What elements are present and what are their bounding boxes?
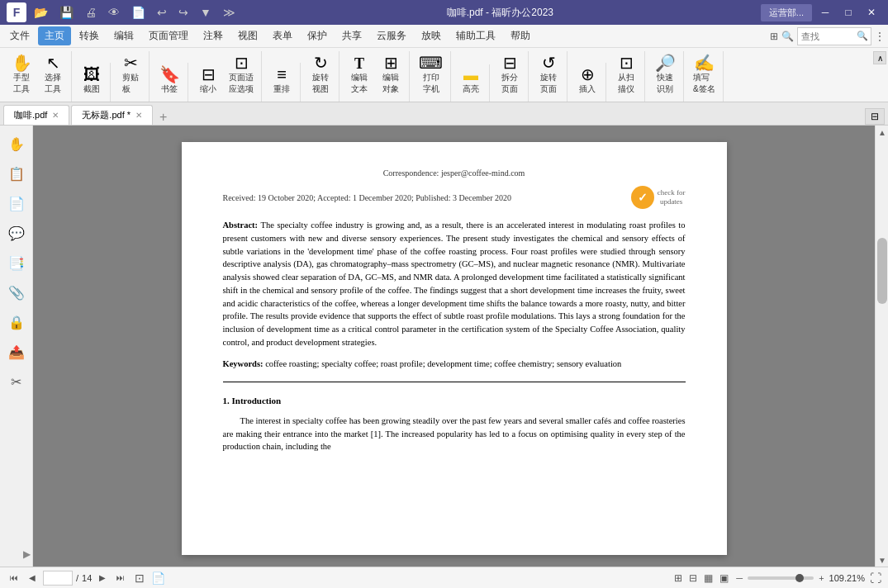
single-page-icon[interactable]: 📄 xyxy=(151,571,165,585)
view-icon-3[interactable]: ▦ xyxy=(701,571,715,585)
page-fit-icon[interactable]: ⊡ xyxy=(135,571,145,585)
sidebar-comment-icon[interactable]: 💬 xyxy=(5,221,28,244)
menu-view[interactable]: 视图 xyxy=(231,26,264,45)
sign-label: 填写&签名 xyxy=(693,72,715,95)
next-page-button[interactable]: ▶ xyxy=(95,571,110,586)
bookmark-button[interactable]: 🔖 书签 xyxy=(154,63,184,98)
dropdown-icon[interactable]: ▼ xyxy=(196,4,216,21)
view-icon-2[interactable]: ⊟ xyxy=(686,571,700,585)
typewriter-button[interactable]: ⌨ 打印字机 xyxy=(415,51,447,98)
minimize-button[interactable]: ─ xyxy=(815,4,835,21)
fullscreen-button[interactable]: ⛶ xyxy=(870,571,881,585)
sidebar-collapse-arrow[interactable]: ▶ xyxy=(23,548,32,560)
main-area: ✋ 📋 📄 💬 📑 📎 🔒 📤 ✂ ▶ Correspondence: jesp… xyxy=(0,126,888,567)
screenshot-button[interactable]: 🖼 截图 xyxy=(77,63,107,98)
pdf-viewer[interactable]: Correspondence: jesper@coffee-mind.com R… xyxy=(33,126,875,567)
expand-icon[interactable]: ⊞ xyxy=(770,31,778,42)
sidebar-hand-icon[interactable]: ✋ xyxy=(5,132,28,155)
menu-cloud[interactable]: 云服务 xyxy=(370,26,413,45)
view-icon-4[interactable]: ▣ xyxy=(717,571,731,585)
edit-object-button[interactable]: ⊞ 编辑对象 xyxy=(376,51,406,98)
menu-page-management[interactable]: 页面管理 xyxy=(142,26,195,45)
scan-button[interactable]: ⊡ 从扫描仪 xyxy=(611,51,641,98)
ocr-button[interactable]: 🔎 快速识别 xyxy=(650,51,680,98)
menu-protect[interactable]: 保护 xyxy=(301,26,334,45)
ribbon-group-sign: ✍ 填写&签名 xyxy=(686,51,724,102)
insert-label: 插入 xyxy=(579,83,596,95)
search-icon-toolbar[interactable]: 🔍 xyxy=(781,31,794,42)
menu-annotation[interactable]: 注释 xyxy=(197,26,230,45)
scroll-down-arrow[interactable]: ▼ xyxy=(876,553,888,567)
sign-icon: ✍ xyxy=(694,55,715,71)
select-tool-button[interactable]: ↖ 选择工具 xyxy=(38,51,68,98)
search-submit-icon[interactable]: 🔍 xyxy=(857,31,868,41)
menu-convert[interactable]: 转换 xyxy=(73,26,106,45)
account-button[interactable]: 运营部... xyxy=(761,4,812,21)
sidebar-security-icon[interactable]: 🔒 xyxy=(5,311,28,334)
menu-file[interactable]: 文件 xyxy=(3,26,36,45)
sidebar-layers-icon[interactable]: 📑 xyxy=(5,251,28,274)
menu-home[interactable]: 主页 xyxy=(38,26,71,45)
first-page-button[interactable]: ⏮ xyxy=(7,571,21,586)
ribbon-group-bookmark: 🔖 书签 xyxy=(151,63,188,102)
pdf-content: Correspondence: jesper@coffee-mind.com R… xyxy=(223,167,686,453)
last-page-button[interactable]: ⏭ xyxy=(113,571,128,586)
rotate-view-button[interactable]: ↻ 旋转视图 xyxy=(306,51,335,98)
save-icon[interactable]: 💾 xyxy=(55,4,78,21)
menu-edit[interactable]: 编辑 xyxy=(107,26,140,45)
sidebar-export-icon[interactable]: 📤 xyxy=(5,340,28,363)
sidebar-bookmark-icon[interactable]: 📋 xyxy=(5,162,28,185)
tab-coffee-close[interactable]: ✕ xyxy=(52,111,59,120)
hand-tool-button[interactable]: ✋ 手型工具 xyxy=(7,51,36,98)
ocr-icon: 🔎 xyxy=(655,55,676,71)
clipboard-button[interactable]: ✂ 剪贴板 xyxy=(116,51,145,98)
new-icon[interactable]: 📄 xyxy=(127,4,150,21)
ribbon-collapse-button[interactable]: ∧ xyxy=(873,51,886,64)
sidebar-page-icon[interactable]: 📄 xyxy=(5,192,28,215)
panel-toggle-button[interactable]: ⊟ xyxy=(865,108,885,125)
tab-coffee-pdf[interactable]: 咖啡.pdf ✕ xyxy=(3,105,69,125)
print-title-icon[interactable]: 🖨 xyxy=(81,4,101,21)
sidebar-scissors-icon[interactable]: ✂ xyxy=(5,370,28,393)
scrollbar-thumb[interactable] xyxy=(877,238,887,304)
reflow-button[interactable]: ≡ 重排 xyxy=(267,63,297,98)
preview-icon[interactable]: 👁 xyxy=(104,4,124,21)
split-page-button[interactable]: ⊟ 拆分页面 xyxy=(495,51,525,98)
scroll-up-arrow[interactable]: ▲ xyxy=(876,126,888,139)
abstract-paragraph: Abstract: The specialty coffee industry … xyxy=(223,219,686,349)
fit-page-button[interactable]: ⊡ 页面适应选项 xyxy=(225,51,258,98)
tab-untitled-pdf[interactable]: 无标题.pdf * ✕ xyxy=(71,105,153,125)
zoom-slider-thumb[interactable] xyxy=(795,574,804,582)
sidebar-attach-icon[interactable]: 📎 xyxy=(5,281,28,304)
maximize-button[interactable]: □ xyxy=(838,4,858,21)
more-icon[interactable]: ≫ xyxy=(219,4,240,21)
menu-slideshow[interactable]: 放映 xyxy=(415,26,448,45)
rotate-page-button[interactable]: ↺ 旋转页面 xyxy=(534,51,563,98)
close-button[interactable]: ✕ xyxy=(862,4,881,21)
redo-icon[interactable]: ↪ xyxy=(174,4,192,21)
titlebar: F 📂 💾 🖨 👁 📄 ↩ ↪ ▼ ≫ 咖啡.pdf - 福昕办公2023 运营… xyxy=(0,0,888,25)
zoom-minus-button[interactable]: ─ xyxy=(736,573,743,583)
undo-icon[interactable]: ↩ xyxy=(153,4,171,21)
zoom-slider[interactable] xyxy=(748,576,814,580)
menu-form[interactable]: 表单 xyxy=(266,26,299,45)
open-icon[interactable]: 📂 xyxy=(30,4,52,21)
menu-help[interactable]: 帮助 xyxy=(504,26,537,45)
more-options-icon[interactable]: ⋮ xyxy=(875,31,885,42)
edit-text-button[interactable]: T 编辑文本 xyxy=(344,53,374,98)
scrollbar-track[interactable] xyxy=(876,139,888,553)
insert-button[interactable]: ⊕ 插入 xyxy=(572,63,602,98)
tab-untitled-close[interactable]: ✕ xyxy=(135,111,142,120)
scan-label: 从扫描仪 xyxy=(618,72,634,95)
highlight-button[interactable]: ▬ 高亮 xyxy=(456,64,486,98)
sign-button[interactable]: ✍ 填写&签名 xyxy=(689,51,719,98)
menu-accessibility[interactable]: 辅助工具 xyxy=(449,26,502,45)
page-number-input[interactable]: 1 xyxy=(43,571,73,586)
zoom-plus-button[interactable]: + xyxy=(819,573,824,583)
prev-page-button[interactable]: ◀ xyxy=(25,571,40,586)
zoom-out-button[interactable]: ⊟ 缩小 xyxy=(193,63,223,98)
view-icon-1[interactable]: ⊞ xyxy=(672,571,685,585)
search-input[interactable] xyxy=(801,31,855,41)
add-tab-button[interactable]: + xyxy=(154,110,172,125)
menu-share[interactable]: 共享 xyxy=(335,26,368,45)
